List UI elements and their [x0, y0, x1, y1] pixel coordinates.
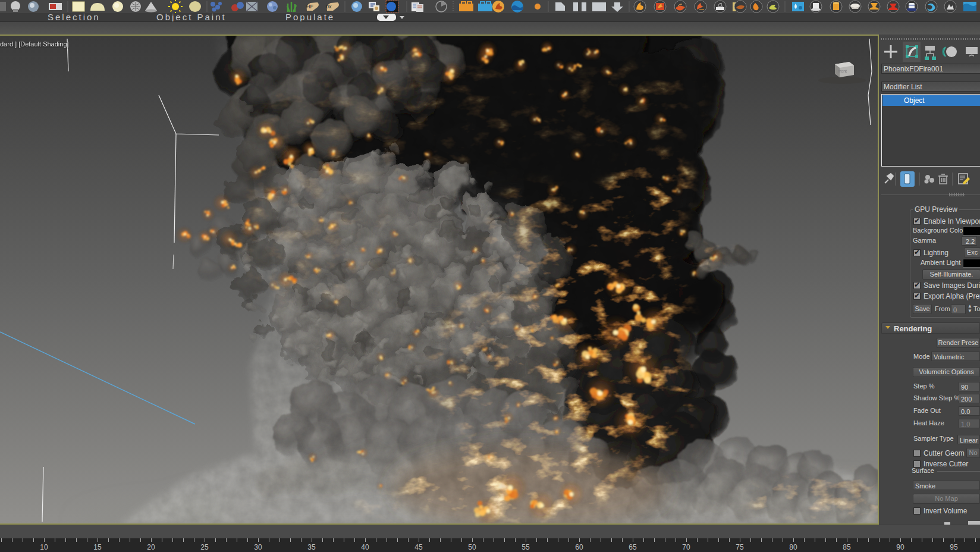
svg-text:0x: 0x	[326, 4, 332, 10]
svg-text:HF: HF	[306, 4, 313, 10]
svg-text:front: front	[838, 69, 847, 73]
